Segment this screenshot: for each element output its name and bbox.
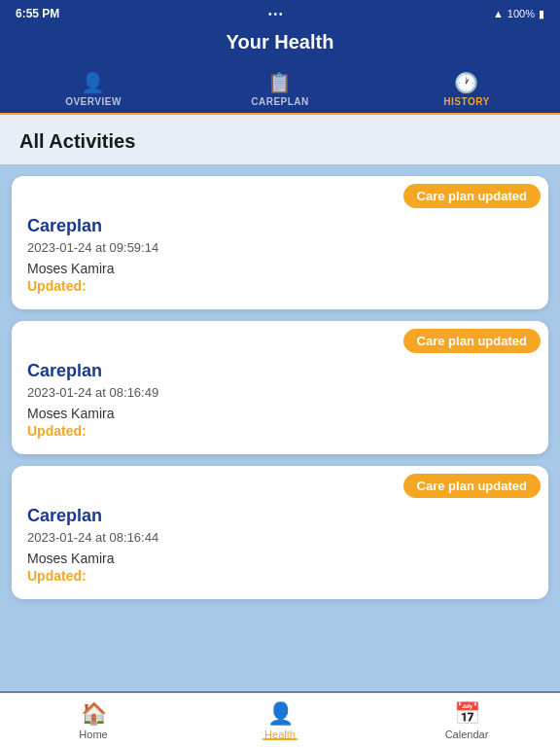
section-label: All Activities	[0, 115, 560, 164]
activity-card-3: Care plan updated Careplan 2023-01-24 at…	[12, 466, 548, 599]
tab-history-label: HISTORY	[443, 96, 489, 107]
battery-text: 100%	[508, 8, 535, 19]
bottom-nav-home[interactable]: 🏠 Home	[0, 701, 187, 740]
tab-overview[interactable]: 👤 OVERVIEW	[0, 67, 187, 113]
activity-card-2: Care plan updated Careplan 2023-01-24 at…	[12, 321, 548, 454]
card-updated-2: Updated:	[27, 423, 533, 439]
bottom-nav: 🏠 Home 👤 Health 📅 Calendar	[0, 693, 560, 747]
badge-row-1: Care plan updated	[12, 176, 548, 208]
header: Your Health	[0, 27, 560, 61]
card-updated-1: Updated:	[27, 278, 533, 294]
activity-card-1: Care plan updated Careplan 2023-01-24 at…	[12, 176, 548, 309]
care-plan-badge-3: Care plan updated	[403, 474, 541, 498]
card-author-3: Moses Kamira	[27, 551, 533, 566]
page-title: Your Health	[0, 31, 560, 61]
card-title-2: Careplan	[27, 361, 533, 381]
status-dots: •••	[268, 9, 285, 19]
card-date-3: 2023-01-24 at 08:16:44	[27, 530, 533, 545]
badge-row-2: Care plan updated	[12, 321, 548, 353]
card-author-1: Moses Kamira	[27, 261, 533, 276]
activities-list: Care plan updated Careplan 2023-01-24 at…	[0, 164, 560, 692]
home-nav-label: Home	[79, 729, 107, 740]
health-nav-label: Health	[264, 729, 296, 740]
card-body-3: Careplan 2023-01-24 at 08:16:44 Moses Ka…	[12, 498, 548, 599]
tab-overview-label: OVERVIEW	[65, 96, 122, 107]
tab-careplan[interactable]: 📋 CAREPLAN	[187, 67, 373, 113]
card-date-1: 2023-01-24 at 09:59:14	[27, 240, 533, 255]
calendar-nav-icon: 📅	[454, 701, 480, 727]
home-nav-icon: 🏠	[81, 701, 107, 727]
bottom-nav-calendar[interactable]: 📅 Calendar	[373, 701, 560, 740]
calendar-nav-label: Calendar	[445, 729, 489, 740]
status-bar: 6:55 PM ••• ▲ 100% ▮	[0, 0, 560, 27]
active-indicator	[262, 738, 298, 740]
card-date-2: 2023-01-24 at 08:16:49	[27, 385, 533, 400]
status-right: ▲ 100% ▮	[493, 8, 544, 20]
tab-careplan-label: CAREPLAN	[251, 96, 309, 107]
card-title-1: Careplan	[27, 216, 533, 236]
wifi-icon: ▲	[493, 8, 504, 19]
history-icon: 🕐	[454, 71, 479, 94]
card-body-1: Careplan 2023-01-24 at 09:59:14 Moses Ka…	[12, 208, 548, 309]
careplan-icon: 📋	[267, 71, 293, 94]
status-time: 6:55 PM	[16, 7, 59, 20]
care-plan-badge-2: Care plan updated	[403, 329, 541, 353]
overview-icon: 👤	[81, 71, 106, 94]
battery-icon: ▮	[539, 8, 544, 20]
badge-row-3: Care plan updated	[12, 466, 548, 498]
health-nav-icon: 👤	[267, 701, 294, 727]
card-title-3: Careplan	[27, 506, 533, 526]
care-plan-badge-1: Care plan updated	[403, 184, 541, 208]
tab-bar: 👤 OVERVIEW 📋 CAREPLAN 🕐 HISTORY	[0, 61, 560, 115]
card-body-2: Careplan 2023-01-24 at 08:16:49 Moses Ka…	[12, 353, 548, 454]
tab-history[interactable]: 🕐 HISTORY	[373, 67, 560, 113]
bottom-nav-health[interactable]: 👤 Health	[187, 701, 373, 740]
card-updated-3: Updated:	[27, 568, 533, 584]
card-author-2: Moses Kamira	[27, 406, 533, 421]
